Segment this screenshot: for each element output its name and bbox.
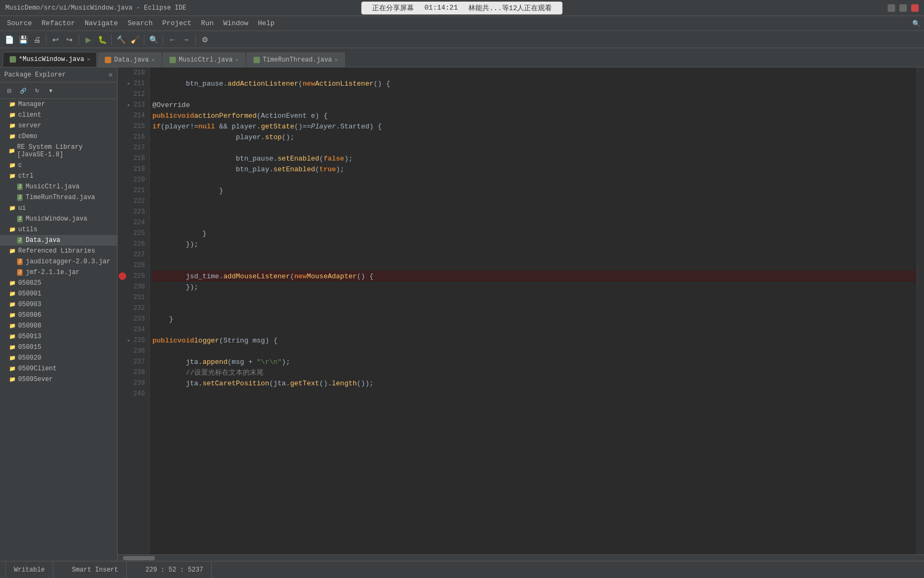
sidebar-item-0509client[interactable]: 📁0509Client xyxy=(0,363,117,374)
undo-btn[interactable]: ↩ xyxy=(49,33,62,46)
scroll-thumb[interactable] xyxy=(123,556,155,560)
code-line-215[interactable]: if(player!=null && player.getState()==Pl… xyxy=(152,121,917,132)
menu-refactor[interactable]: Refactor xyxy=(37,18,79,29)
save-btn[interactable]: 💾 xyxy=(17,33,29,46)
code-line-223[interactable] xyxy=(152,207,917,217)
debug-btn[interactable]: 🐛 xyxy=(96,33,109,46)
code-line-217[interactable] xyxy=(152,142,917,153)
clean-btn[interactable]: 🧹 xyxy=(128,33,141,46)
forward-btn[interactable]: → xyxy=(180,33,192,46)
code-line-220[interactable] xyxy=(152,174,917,185)
sidebar-item-ctrl[interactable]: 📁ctrl xyxy=(0,171,117,181)
minimize-btn[interactable] xyxy=(888,4,895,12)
search-btn[interactable]: 🔍 xyxy=(147,33,160,46)
code-line-233[interactable]: } xyxy=(152,314,917,324)
sidebar-item-050906[interactable]: 📁050906 xyxy=(0,310,117,321)
code-line-222[interactable] xyxy=(152,196,917,207)
tab-close-data[interactable]: ✕ xyxy=(151,57,155,63)
sidebar-item-jmf-2-1-1e-jar[interactable]: Jjmf-2.1.1e.jar xyxy=(0,267,117,278)
tab-musicctrl[interactable]: MusicCtrl.java ✕ xyxy=(163,52,245,67)
tab-close-musicctrl[interactable]: ✕ xyxy=(235,57,238,63)
line-num-233: 233 xyxy=(118,314,149,324)
code-line-224[interactable] xyxy=(152,217,917,228)
print-btn[interactable]: 🖨 xyxy=(30,33,43,46)
code-line-236[interactable] xyxy=(152,346,917,356)
horizontal-scrollbar[interactable] xyxy=(118,554,924,561)
sidebar-item-timerunthread-java[interactable]: JTimeRunThread.java xyxy=(0,192,117,203)
code-line-225[interactable]: } xyxy=(152,228,917,239)
code-line-237[interactable]: jta.append(msg + "\r\n"); xyxy=(152,356,917,367)
menu-help[interactable]: Help xyxy=(253,18,279,29)
sidebar-item-050901[interactable]: 📁050901 xyxy=(0,288,117,299)
menu-run[interactable]: Run xyxy=(197,18,218,29)
sidebar-item-cdemo[interactable]: 📁cDemo xyxy=(0,131,117,142)
sidebar-item-utils[interactable]: 📁utils xyxy=(0,224,117,235)
menu-source[interactable]: Source xyxy=(3,18,36,29)
back-btn[interactable]: ← xyxy=(166,33,179,46)
menu-search[interactable]: Search xyxy=(124,18,157,29)
sidebar-item-data-java[interactable]: JData.java xyxy=(0,235,117,246)
code-line-226[interactable]: }); xyxy=(152,239,917,249)
sidebar-item-client[interactable]: 📁client xyxy=(0,110,117,120)
sidebar-item-050915[interactable]: 📁050915 xyxy=(0,342,117,353)
code-line-213[interactable]: @Override xyxy=(152,100,917,110)
sidebar-item-re-system-library--javase-1-8-[interactable]: 📁RE System Library [JavaSE-1.8] xyxy=(0,142,117,160)
tab-close-musicwindow[interactable]: ✕ xyxy=(87,56,90,63)
tab-data[interactable]: Data.java ✕ xyxy=(98,52,161,67)
sidebar-sync-btn[interactable]: ↻ xyxy=(30,84,43,97)
tab-musicwindow[interactable]: *MusicWindow.java ✕ xyxy=(3,52,97,67)
maximize-btn[interactable] xyxy=(899,4,907,12)
code-line-212[interactable] xyxy=(152,89,917,100)
code-line-216[interactable]: player.stop(); xyxy=(152,132,917,142)
code-line-227[interactable] xyxy=(152,249,917,260)
sidebar-item-050920[interactable]: 📁050920 xyxy=(0,353,117,363)
sidebar-item-050825[interactable]: 📁050825 xyxy=(0,278,117,288)
sidebar-item-050913[interactable]: 📁050913 xyxy=(0,331,117,342)
sidebar-item-referenced-libraries[interactable]: 📁Referenced Libraries xyxy=(0,246,117,256)
code-line-214[interactable]: public void actionPerformed(ActionEvent … xyxy=(152,110,917,121)
tab-timerunthread[interactable]: TimeRunThread.java ✕ xyxy=(247,52,345,67)
code-line-218[interactable]: btn_pause.setEnabled(false); xyxy=(152,153,917,164)
settings-btn[interactable]: ⚙ xyxy=(198,33,211,46)
sidebar-link-btn[interactable]: 🔗 xyxy=(17,84,29,97)
sidebar-item-0509sever[interactable]: 📁0509Sever xyxy=(0,374,117,385)
sidebar-item-050908[interactable]: 📁050908 xyxy=(0,321,117,331)
code-line-228[interactable] xyxy=(152,260,917,271)
sidebar-item-server[interactable]: 📁server xyxy=(0,120,117,131)
sidebar-item-manager[interactable]: 📁Manager xyxy=(0,99,117,110)
sidebar-item-050903[interactable]: 📁050903 xyxy=(0,299,117,310)
new-btn[interactable]: 📄 xyxy=(3,33,16,46)
code-line-211[interactable]: btn_pause.addActionListener(new ActionLi… xyxy=(152,78,917,89)
run-btn[interactable]: ▶ xyxy=(82,33,95,46)
sidebar-item-ui[interactable]: 📁ui xyxy=(0,203,117,214)
sidebar-menu-btn[interactable]: ▼ xyxy=(44,84,57,97)
redo-btn[interactable]: ↪ xyxy=(63,33,76,46)
tab-close-timerunthread[interactable]: ✕ xyxy=(335,57,338,63)
code-line-229[interactable]: jsd_time.addMouseListener(new MouseAdapt… xyxy=(152,271,917,282)
sidebar-close-icon[interactable]: ✕ xyxy=(109,70,113,79)
code-line-219[interactable]: btn_play.setEnabled(true); xyxy=(152,164,917,174)
editor-area[interactable]: 210211▸212213▸21421521621721821922022122… xyxy=(118,67,924,561)
code-line-239[interactable]: jta.setCaretPosition(jta.getText().lengt… xyxy=(152,378,917,389)
code-line-221[interactable]: } xyxy=(152,185,917,196)
code-line-230[interactable]: }); xyxy=(152,282,917,292)
sidebar-collapse-btn[interactable]: ⊟ xyxy=(3,84,16,97)
sidebar-item-musicwindow-java[interactable]: JMusicWindow.java xyxy=(0,214,117,224)
close-btn[interactable] xyxy=(911,4,919,12)
code-line-240[interactable] xyxy=(152,389,917,399)
search-global-btn[interactable]: 🔍 xyxy=(911,18,921,29)
menu-navigate[interactable]: Navigate xyxy=(80,18,122,29)
sidebar-item-jaudiotagger-2-0-3-jar[interactable]: Jjaudiotagger-2.0.3.jar xyxy=(0,256,117,267)
code-line-232[interactable] xyxy=(152,303,917,314)
sidebar-item-c[interactable]: 📁c xyxy=(0,160,117,171)
code-line-235[interactable]: public void logger(String msg) { xyxy=(152,335,917,346)
code-line-210[interactable] xyxy=(152,67,917,78)
menu-window[interactable]: Window xyxy=(219,18,252,29)
build-btn[interactable]: 🔨 xyxy=(114,33,127,46)
code-lines[interactable]: btn_pause.addActionListener(new ActionLi… xyxy=(150,67,917,554)
code-line-238[interactable]: //设置光标在文本的末尾 xyxy=(152,367,917,378)
menu-project[interactable]: Project xyxy=(158,18,196,29)
code-line-234[interactable] xyxy=(152,324,917,335)
sidebar-item-musicctrl-java[interactable]: JMusicCtrl.java xyxy=(0,181,117,192)
code-line-231[interactable] xyxy=(152,292,917,303)
